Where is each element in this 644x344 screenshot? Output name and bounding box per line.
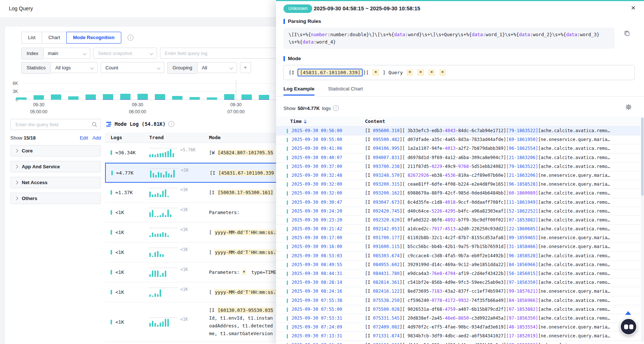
log-time-link[interactable]: 2025-09-30 09:23:20: [292, 217, 342, 223]
tab-statistical-chart[interactable]: Statistical Chart: [328, 86, 363, 96]
histogram-bar[interactable]: [137, 94, 148, 100]
histogram-bar[interactable]: [34, 95, 44, 100]
histogram-bar[interactable]: [120, 94, 130, 100]
column-time[interactable]: Time: [290, 118, 307, 124]
log-time-link[interactable]: 2025-09-30 08:49:55: [292, 262, 342, 267]
snapshot-select[interactable]: Select snapshot: [93, 48, 157, 59]
mode-token-hl[interactable]: *: [372, 69, 379, 76]
log-time-link[interactable]: 2025-09-30 09:24:20: [292, 209, 342, 214]
log-table-row[interactable]: 2025-09-30 09:24:20[I 092420.745][ d40c6…: [276, 207, 640, 216]
log-table-row[interactable]: 2025-09-30 07:55:38[I 075538.250][ cf596…: [276, 296, 640, 305]
histogram-bar[interactable]: [155, 94, 165, 100]
log-table-row[interactable]: 2025-09-30 09:17:00[I 091700.177][ 61102…: [276, 234, 640, 242]
mode-token-hl[interactable]: *: [428, 69, 435, 76]
log-table-row[interactable]: 2025-09-30 09:21:42[I 092142.053][ a1dce…: [276, 225, 640, 234]
mode-token-hl[interactable]: *: [439, 69, 446, 76]
log-table-row[interactable]: 2025-09-30 08:24:16[I 082416.122][ 8ed73…: [276, 287, 640, 296]
info-icon[interactable]: i: [333, 105, 339, 111]
scrollbar-thumb[interactable]: [641, 117, 644, 196]
histogram-bar[interactable]: [172, 96, 182, 100]
edit-fields-link[interactable]: Edit: [80, 135, 88, 141]
log-time-link[interactable]: 2025-09-30 09:40:07: [292, 155, 342, 160]
histogram-bar[interactable]: [51, 94, 61, 100]
field-group-app-and-service[interactable]: App And Service: [10, 161, 101, 172]
tab-log-example[interactable]: Log Example: [283, 86, 314, 96]
mode-token-boxed[interactable]: [45831.67-101100.339]: [297, 69, 362, 76]
gear-icon[interactable]: [625, 104, 632, 110]
histogram-bar[interactable]: [189, 97, 200, 100]
log-time-link[interactable]: 2025-09-30 07:55:00: [292, 307, 342, 312]
metric-select[interactable]: Count: [101, 62, 164, 73]
log-table-row[interactable]: 2025-09-30 09:41:06[I 094106.995][ 1a2a1…: [276, 144, 640, 153]
log-time-link[interactable]: 2025-09-30 09:16:00: [292, 244, 342, 249]
log-table-row[interactable]: 2025-09-30 09:23:20[I 092320.620][ 0fa0d…: [276, 216, 640, 225]
copy-icon[interactable]: [624, 30, 630, 36]
log-table-row[interactable]: 2025-09-30 08:49:55[I 084955.602][ 39291…: [276, 261, 640, 269]
log-time-link[interactable]: 2025-09-30 09:37:00: [292, 164, 342, 169]
log-time-link[interactable]: 2025-09-30 09:55:00: [292, 137, 342, 142]
log-table-row[interactable]: 2025-09-30 09:16:00[I 091600.115][ b5cc5…: [276, 242, 640, 251]
log-time-link[interactable]: 2025-09-30 07:11:00: [292, 343, 342, 344]
log-time-link[interactable]: 2025-09-30 08:28:14: [292, 280, 342, 285]
grouping-select[interactable]: All: [197, 62, 237, 73]
log-time-link[interactable]: 2025-09-30 09:17:00: [292, 235, 342, 240]
log-table-row[interactable]: 2025-09-30 08:44:31[I 084431.780][ e9dca…: [276, 269, 640, 278]
log-table-row[interactable]: 2025-09-30 09:32:00[I 093200.162][ 69886…: [276, 189, 640, 198]
histogram-bar[interactable]: [224, 94, 234, 100]
log-table-row[interactable]: 2025-09-30 07:13:31[I 071331.874][ 9834b…: [276, 332, 640, 341]
statistics-select[interactable]: All logs: [51, 62, 98, 73]
add-grouping-button[interactable]: +: [240, 62, 251, 73]
log-time-link[interactable]: 2025-09-30 09:21:42: [292, 226, 342, 231]
add-fields-link[interactable]: Add: [93, 135, 101, 141]
log-table-row[interactable]: 2025-09-30 08:28:14[I 082814.361][ c541b…: [276, 278, 640, 287]
log-time-link[interactable]: 2025-09-30 07:13:31: [292, 333, 342, 338]
mode-pattern-box[interactable]: [I [45831.67-101100.339]][ * ] Query * *…: [283, 65, 635, 80]
close-icon[interactable]: ×: [629, 3, 637, 12]
tab-chart[interactable]: Chart: [42, 32, 67, 44]
field-group-others[interactable]: Others: [10, 193, 101, 204]
tab-list[interactable]: List: [21, 32, 42, 44]
log-table-row[interactable]: 2025-09-30 09:55:00[I 095500.482][ d07df…: [276, 135, 640, 144]
help-widget-button[interactable]: [620, 318, 637, 335]
log-table-row[interactable]: 2025-09-30 09:56:00[I 095600.310][ 3b33e…: [276, 127, 640, 135]
histogram-bar[interactable]: [259, 95, 269, 100]
field-group-net-access[interactable]: Net Access: [10, 177, 101, 188]
log-time-link[interactable]: 2025-09-30 09:32:48: [292, 173, 342, 178]
tab-mode-recognition[interactable]: Mode Recognition: [66, 32, 121, 44]
sort-icon[interactable]: [304, 119, 307, 124]
mode-token-hl[interactable]: *: [407, 69, 413, 76]
log-table-row[interactable]: 2025-09-30 09:30:47[I 093047.673][ 6c4d3…: [276, 198, 640, 207]
log-table-row[interactable]: 2025-09-30 09:37:00[I 093700.238][ 211f8…: [276, 162, 640, 171]
log-time-link[interactable]: 2025-09-30 09:56:00: [292, 128, 342, 133]
log-time-link[interactable]: 2025-09-30 07:24:09: [292, 324, 342, 330]
histogram-bar[interactable]: [207, 97, 217, 100]
log-time-link[interactable]: 2025-09-30 07:55:38: [292, 298, 342, 303]
log-table-row[interactable]: 2025-09-30 07:53:31[I 075331.545][ 20d83…: [276, 314, 640, 323]
log-time-link[interactable]: 2025-09-30 09:30:47: [292, 200, 342, 205]
histogram-bar[interactable]: [68, 96, 79, 100]
histogram-bar[interactable]: [86, 94, 96, 100]
field-search-input[interactable]: [15, 121, 90, 128]
histogram-bar[interactable]: [16, 97, 27, 100]
mode-token-hl[interactable]: *: [417, 69, 424, 76]
log-time-link[interactable]: 2025-09-30 09:41:06: [292, 146, 342, 151]
log-time-link[interactable]: 2025-09-30 09:32:00: [292, 190, 342, 196]
log-table-row[interactable]: 2025-09-30 09:32:48[I 093248.570][ 82672…: [276, 171, 640, 180]
info-icon[interactable]: i: [168, 121, 174, 127]
histogram-bar[interactable]: [241, 94, 252, 100]
index-select[interactable]: main: [43, 48, 90, 59]
field-group-core[interactable]: Core: [10, 145, 101, 156]
log-table-row[interactable]: 2025-09-30 08:53:03[I 085303.674][ c9cca…: [276, 252, 640, 261]
log-table-row[interactable]: 2025-09-30 07:55:00[I 075500.028][ 90265…: [276, 305, 640, 314]
log-time-link[interactable]: 2025-09-30 09:32:00: [292, 182, 342, 187]
log-time-link[interactable]: 2025-09-30 07:53:31: [292, 316, 342, 321]
log-table-row[interactable]: 2025-09-30 09:40:07[I 094007.831][ d6978…: [276, 154, 640, 162]
log-time-link[interactable]: 2025-09-30 08:44:31: [292, 271, 342, 276]
scrollbar[interactable]: [641, 117, 644, 343]
log-table-row[interactable]: 2025-09-30 09:32:00[I 093200.315][ ceae8…: [276, 180, 640, 189]
info-icon[interactable]: i: [128, 35, 133, 41]
histogram-bar[interactable]: [103, 94, 113, 100]
log-time-link[interactable]: 2025-09-30 08:24:16: [292, 289, 342, 294]
back-to-top-icon[interactable]: [625, 311, 631, 315]
log-table-row[interactable]: 2025-09-30 07:11:00[I 071100.021][ d144c…: [276, 341, 640, 344]
